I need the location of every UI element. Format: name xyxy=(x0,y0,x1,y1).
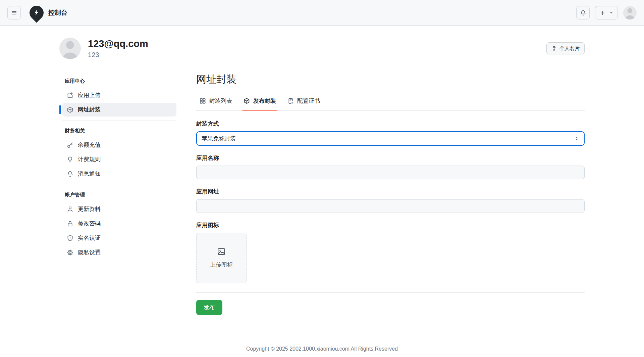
tab-label: 配置证书 xyxy=(297,97,320,105)
top-header: 控制台 xyxy=(0,0,644,26)
create-new-button[interactable] xyxy=(595,6,618,19)
copyright-footer: Copyright © 2025 2002.1000.xiaomiou.com … xyxy=(59,346,585,352)
app-icon-label: 应用图标 xyxy=(196,221,585,229)
header-avatar[interactable] xyxy=(623,6,637,19)
app-title: 控制台 xyxy=(48,8,67,17)
sidebar-item-notifications[interactable]: 消息通知 xyxy=(62,167,176,181)
sidebar-item-label: 余额充值 xyxy=(78,141,101,149)
profile-card-label: 个人名片 xyxy=(559,45,580,52)
image-icon xyxy=(217,247,226,256)
caret-down-icon xyxy=(609,11,613,15)
key-icon xyxy=(67,142,73,148)
sidebar-item-label: 应用上传 xyxy=(78,91,101,99)
tab-label: 发布封装 xyxy=(253,97,276,105)
package-method-selected-value: 苹果免签封装 xyxy=(202,135,236,142)
package-method-select[interactable]: 苹果免签封装 xyxy=(196,131,585,146)
sidebar-item-label: 计费规则 xyxy=(78,155,101,163)
sidebar-section-title-apps: 应用中心 xyxy=(59,75,176,88)
sidebar-divider xyxy=(62,185,176,185)
person-card-icon xyxy=(551,46,557,51)
sidebar-divider xyxy=(62,121,176,121)
profile-avatar xyxy=(59,38,81,59)
sidebar-item-label: 实名认证 xyxy=(78,234,101,242)
profile-email: 123@qq.com xyxy=(88,38,148,50)
person-silhouette-icon xyxy=(623,6,637,19)
main-content: 网址封装 封装列表 发布封装 xyxy=(196,75,585,315)
app-url-input[interactable] xyxy=(196,199,585,213)
profile-card-button[interactable]: 个人名片 xyxy=(546,42,585,54)
grid-icon xyxy=(200,98,206,104)
package-icon xyxy=(244,98,250,104)
person-icon xyxy=(67,206,73,213)
tab-package-list[interactable]: 封装列表 xyxy=(196,95,235,110)
plus-icon xyxy=(600,10,605,16)
lock-icon xyxy=(67,220,73,227)
menu-icon xyxy=(11,10,17,16)
bell-icon xyxy=(580,10,586,16)
select-unfold-icon xyxy=(574,136,579,141)
tab-configure-certificate[interactable]: 配置证书 xyxy=(284,95,323,110)
form-divider xyxy=(196,292,585,293)
bell-icon xyxy=(67,171,73,177)
sidebar-section-title-account: 帐户管理 xyxy=(59,189,176,202)
gear-icon xyxy=(67,249,73,256)
upload-icon-text: 上传图标 xyxy=(210,261,233,269)
sidebar-item-balance-recharge[interactable]: 余额充值 xyxy=(62,138,176,152)
notifications-button[interactable] xyxy=(576,6,590,19)
profile-header: 123@qq.com 123 个人名片 xyxy=(59,26,585,59)
sidebar-item-label: 修改密码 xyxy=(78,220,101,227)
sidebar-item-label: 消息通知 xyxy=(78,170,101,178)
sidebar-item-privacy-settings[interactable]: 隐私设置 xyxy=(62,246,176,259)
sidebar-item-change-password[interactable]: 修改密码 xyxy=(62,217,176,230)
page-title: 网址封装 xyxy=(196,73,585,86)
person-silhouette-icon xyxy=(59,38,81,59)
upload-tray-icon xyxy=(67,92,73,99)
lightning-bolt-icon xyxy=(31,7,42,18)
sidebar-item-url-packaging[interactable]: 网址封装 xyxy=(62,103,176,117)
tab-publish-package[interactable]: 发布封装 xyxy=(240,95,279,110)
sidebar-item-app-upload[interactable]: 应用上传 xyxy=(62,88,176,102)
icon-upload-dropzone[interactable]: 上传图标 xyxy=(196,233,247,283)
app-name-label: 应用名称 xyxy=(196,154,585,162)
package-icon xyxy=(67,106,73,113)
profile-username: 123 xyxy=(88,51,148,59)
sidebar-item-label: 更新资料 xyxy=(78,205,101,213)
sidebar-item-label: 网址封装 xyxy=(78,106,101,114)
lightbulb-icon xyxy=(67,156,73,163)
sidebar-section-title-finance: 财务相关 xyxy=(59,125,176,137)
app-logo[interactable] xyxy=(26,3,46,23)
sidebar-item-update-profile[interactable]: 更新资料 xyxy=(62,202,176,216)
menu-button[interactable] xyxy=(7,6,21,19)
sidebar-item-label: 隐私设置 xyxy=(78,249,101,256)
publish-form: 封装方式 苹果免签封装 应用名称 应用网址 应用图标 上传图标 xyxy=(196,120,585,315)
app-url-label: 应用网址 xyxy=(196,188,585,195)
app-name-input[interactable] xyxy=(196,166,585,179)
sidebar-item-realname-verification[interactable]: 实名认证 xyxy=(62,231,176,245)
sidebar-nav: 应用中心 应用上传 网址封装 财务相关 余额充值 xyxy=(59,75,176,315)
file-check-icon xyxy=(287,98,294,104)
tab-bar: 封装列表 发布封装 配置证书 xyxy=(196,95,585,110)
package-method-label: 封装方式 xyxy=(196,120,585,128)
sidebar-item-billing-rules[interactable]: 计费规则 xyxy=(62,152,176,166)
publish-button[interactable]: 发布 xyxy=(196,300,222,315)
tab-label: 封装列表 xyxy=(209,97,232,105)
shield-icon xyxy=(67,235,73,241)
